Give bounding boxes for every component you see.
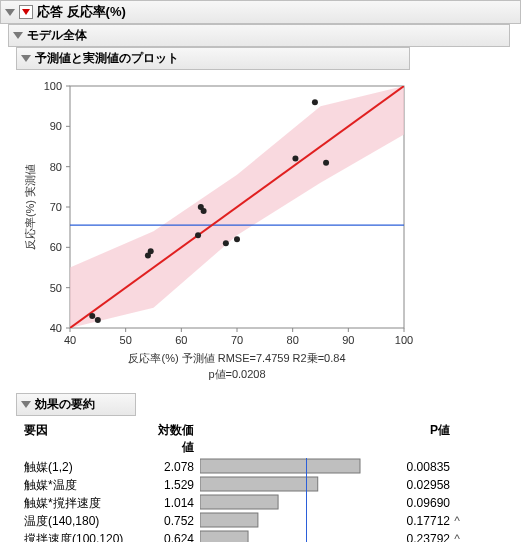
svg-rect-48 [200,531,248,543]
x-axis-label: 反応率(%) 予測値 RMSE=7.4759 R2乗=0.84 [128,352,345,364]
svg-text:90: 90 [342,334,354,346]
effect-section-title: 効果の要約 [35,396,95,413]
logworth-cell: 0.752 [150,514,200,528]
svg-text:40: 40 [50,322,62,334]
svg-point-4 [89,313,95,319]
col-header-bar [200,422,380,456]
svg-text:40: 40 [64,334,76,346]
reference-line [306,458,307,542]
plot-section-title: 予測値と実測値のプロット [35,50,179,67]
svg-rect-46 [200,495,278,509]
factor-cell: 温度(140,180) [20,513,150,530]
svg-text:90: 90 [50,120,62,132]
table-row: 触媒(1,2)2.0780.00835 [20,458,500,476]
svg-rect-47 [200,513,258,527]
red-triangle-icon [22,9,30,15]
plot-section-header: 予測値と実測値のプロット [16,47,410,70]
table-row: 触媒*温度1.5290.02958 [20,476,500,494]
disclosure-icon[interactable] [13,32,23,39]
y-axis-label: 反応率(%) 実測値 [24,164,36,250]
factor-cell: 触媒(1,2) [20,459,150,476]
disclosure-icon[interactable] [5,9,15,16]
svg-point-10 [201,208,207,214]
response-title: 応答 反応率(%) [37,3,126,21]
svg-point-13 [292,156,298,162]
table-row: 撹拌速度(100,120)0.6240.23792^ [20,530,500,542]
table-header-row: 要因 対数価値 P値 [20,420,500,458]
svg-rect-45 [200,477,318,491]
svg-point-15 [323,160,329,166]
hat-cell: ^ [450,514,464,528]
col-header-p: P値 [380,422,450,456]
logworth-cell: 1.014 [150,496,200,510]
effect-section-header: 効果の要約 [16,393,136,416]
bar-cell [200,494,380,513]
options-menu-button[interactable] [19,5,33,19]
svg-text:100: 100 [44,80,62,92]
factor-cell: 撹拌速度(100,120) [20,531,150,543]
svg-point-5 [95,317,101,323]
scatter-chart: 404050506060707080809090100100反応率(%) 実測値… [14,76,414,386]
svg-text:100: 100 [395,334,413,346]
model-section-title: モデル全体 [27,27,87,44]
effect-summary-table: 要因 対数価値 P値 触媒(1,2)2.0780.00835触媒*温度1.529… [20,420,500,542]
svg-text:50: 50 [50,282,62,294]
col-header-hat [450,422,464,456]
svg-point-12 [234,236,240,242]
bar-cell [200,512,380,531]
pvalue-cell: 0.09690 [380,496,450,510]
svg-text:50: 50 [120,334,132,346]
pvalue-cell: 0.17712 [380,514,450,528]
pvalue-cell: 0.00835 [380,460,450,474]
svg-text:80: 80 [287,334,299,346]
factor-cell: 触媒*温度 [20,477,150,494]
bar-cell [200,458,380,477]
pvalue-cell: 0.02958 [380,478,450,492]
model-section-header: モデル全体 [8,24,510,47]
bar-cell [200,476,380,495]
svg-rect-44 [200,459,360,473]
svg-text:60: 60 [50,241,62,253]
logworth-cell: 1.529 [150,478,200,492]
svg-text:80: 80 [50,161,62,173]
bar-cell [200,530,380,543]
table-row: 温度(140,180)0.7520.17712^ [20,512,500,530]
disclosure-icon[interactable] [21,401,31,408]
disclosure-icon[interactable] [21,55,31,62]
response-header: 応答 反応率(%) [0,0,521,24]
svg-text:70: 70 [50,201,62,213]
pvalue-cell: 0.23792 [380,532,450,542]
svg-text:60: 60 [175,334,187,346]
table-row: 触媒*撹拌速度1.0140.09690 [20,494,500,512]
col-header-log: 対数価値 [150,422,200,456]
svg-text:70: 70 [231,334,243,346]
hat-cell: ^ [450,532,464,542]
svg-point-8 [195,232,201,238]
logworth-cell: 0.624 [150,532,200,542]
factor-cell: 触媒*撹拌速度 [20,495,150,512]
svg-point-14 [312,99,318,105]
logworth-cell: 2.078 [150,460,200,474]
actual-vs-predicted-plot: 404050506060707080809090100100反応率(%) 実測値… [14,76,521,389]
p-value-label: p値=0.0208 [208,368,265,380]
col-header-factor: 要因 [20,422,150,456]
svg-point-11 [223,240,229,246]
svg-point-7 [148,248,154,254]
